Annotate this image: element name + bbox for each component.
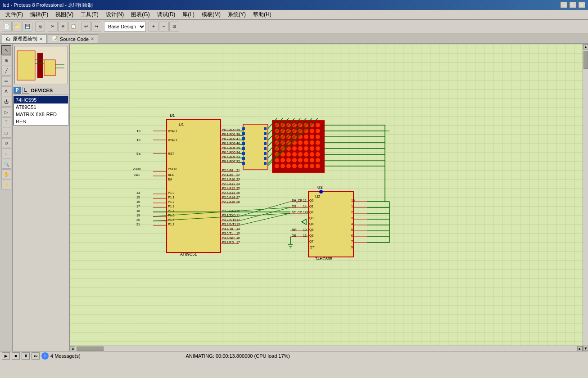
svg-rect-0 [17, 51, 35, 80]
label-tool[interactable]: A [1, 86, 11, 96]
svg-text:Q7: Q7 [309, 240, 313, 243]
zoom-fit-button[interactable]: ⊡ [169, 22, 179, 32]
design-dropdown[interactable]: Base Design [104, 22, 146, 32]
zoom-out-button[interactable]: − [159, 22, 169, 32]
pause-button[interactable]: ⏸ [22, 352, 30, 360]
zoom-area-tool[interactable]: 🔍 [1, 159, 11, 169]
svg-text:14: 14 [303, 205, 307, 208]
svg-rect-140 [264, 127, 267, 130]
device-item-at89c51[interactable]: AT89C51 [14, 104, 68, 111]
svg-point-179 [310, 140, 314, 145]
menu-item-m[interactable]: 模板(M) [198, 10, 224, 19]
print-button[interactable]: 🖨 [35, 22, 45, 32]
menu-item-y[interactable]: 系统(Y) [224, 10, 249, 19]
device-item-res[interactable]: RES [14, 118, 68, 125]
menu-bar: 文件(F)编辑(E)视图(V)工具(T)设计(N)图表(G)调试(D)库(L)模… [0, 10, 588, 20]
svg-text:SH_CP: SH_CP [292, 199, 303, 202]
p-mode-button[interactable]: P [14, 87, 21, 94]
svg-point-198 [280, 158, 285, 162]
menu-item-d[interactable]: 调试(D) [154, 10, 179, 19]
scroll-down-arrow[interactable]: ▼ [583, 346, 588, 351]
svg-point-178 [304, 140, 308, 145]
vertical-scrollbar[interactable]: ▲ ▼ [583, 44, 588, 351]
svg-text:5: 5 [351, 228, 353, 231]
svg-text:18: 18 [136, 138, 140, 142]
zoom-in-button[interactable]: + [149, 22, 158, 32]
svg-text:P0.6/AD6: P0.6/AD6 [222, 155, 235, 158]
component-tool[interactable]: ⊕ [1, 55, 11, 65]
play-button[interactable]: ▶ [2, 352, 10, 360]
svg-text:23: 23 [236, 178, 240, 181]
rotate-tool[interactable]: ↺ [1, 138, 11, 148]
horizontal-scrollbar[interactable]: ◄ ► [70, 346, 583, 351]
svg-text:P1.1: P1.1 [168, 196, 175, 199]
svg-point-204 [316, 158, 320, 162]
menu-item-n[interactable]: 设计(N) [102, 10, 128, 19]
menu-item-h[interactable]: 帮助(H) [249, 10, 275, 19]
menu-item-v[interactable]: 视图(V) [52, 10, 77, 19]
menu-item-g[interactable]: 图表(G) [127, 10, 153, 19]
svg-text:P3.4/T0: P3.4/T0 [222, 227, 233, 230]
svg-point-187 [310, 146, 314, 151]
svg-marker-249 [302, 219, 306, 225]
tab-schematic[interactable]: 🗂 原理图绘制 ✕ [2, 34, 47, 43]
l-mode-button[interactable]: L [22, 87, 29, 94]
menu-item-l[interactable]: 库(L) [179, 10, 198, 19]
undo-button[interactable]: ↩ [81, 22, 91, 32]
svg-text:P2.4/A12: P2.4/A12 [222, 187, 235, 190]
bus-tool[interactable]: ═ [1, 76, 11, 86]
scroll-up-arrow[interactable]: ▲ [583, 44, 588, 50]
info-icon: i [41, 352, 49, 360]
svg-text:21: 21 [236, 169, 240, 172]
svg-text:Q2: Q2 [309, 211, 313, 214]
minimize-button[interactable]: — [560, 2, 567, 8]
wire-tool[interactable]: ╱ [1, 66, 11, 76]
cut-button[interactable]: ✂ [48, 22, 58, 32]
svg-text:P1.7: P1.7 [168, 223, 175, 226]
menu-item-f[interactable]: 文件(F) [2, 10, 27, 19]
svg-text:16: 16 [136, 200, 140, 203]
svg-text:P3.2/INT0: P3.2/INT0 [222, 218, 236, 221]
port-tool[interactable]: ▷ [1, 107, 11, 117]
paste-button[interactable]: 📋 [68, 22, 78, 32]
shape-tool[interactable]: □ [1, 128, 11, 138]
save-button[interactable]: 💾 [23, 22, 32, 32]
svg-text:31/1: 31/1 [134, 173, 140, 176]
svg-text:74HC595: 74HC595 [315, 256, 332, 261]
stop-button[interactable]: ■ [12, 352, 20, 360]
svg-point-212 [316, 164, 320, 168]
menu-item-e[interactable]: 编辑(E) [27, 10, 52, 19]
canvas-area[interactable]: AT89C51 U1 19 XTAL1 18 XTAL2 9a RST 29/3… [70, 44, 588, 351]
new-button[interactable]: 📄 [2, 22, 12, 32]
svg-text:P2.0/A8: P2.0/A8 [222, 169, 233, 172]
scroll-thumb-horizontal[interactable] [77, 346, 104, 351]
flip-tool[interactable]: ↔ [1, 148, 11, 158]
pan-tool[interactable]: ✋ [1, 169, 11, 179]
scroll-left-arrow[interactable]: ◄ [70, 346, 75, 351]
step-button[interactable]: ⏭ [32, 352, 40, 360]
svg-text:22: 22 [236, 173, 240, 176]
svg-text:P0.2/AD2: P0.2/AD2 [222, 137, 235, 140]
tab-schematic-close[interactable]: ✕ [39, 36, 43, 41]
device-item-matrix[interactable]: MATRIX-8X8-RED [14, 111, 68, 118]
probe-tool[interactable]: ⚡ [1, 180, 11, 189]
svg-point-172 [316, 135, 320, 139]
scroll-thumb-vertical[interactable] [583, 51, 588, 69]
device-item-74hc595[interactable]: 74HC595 [14, 96, 68, 104]
svg-text:XTAL2: XTAL2 [168, 139, 177, 142]
tab-source-code[interactable]: 📝 Source Code ✕ [48, 34, 98, 43]
svg-text:17: 17 [136, 205, 140, 208]
close-button[interactable]: ✕ [578, 2, 585, 8]
tab-source-close[interactable]: ✕ [90, 36, 94, 41]
svg-point-208 [292, 164, 297, 168]
open-button[interactable]: 📁 [12, 22, 22, 32]
redo-button[interactable]: ↪ [91, 22, 101, 32]
power-tool[interactable]: ⏻ [1, 97, 11, 107]
scroll-right-arrow[interactable]: ► [577, 346, 583, 351]
svg-text:27: 27 [236, 196, 240, 199]
select-tool[interactable]: ↖ [1, 45, 11, 55]
copy-button[interactable]: ⎘ [58, 22, 68, 32]
maximize-button[interactable]: □ [569, 2, 576, 8]
text-tool[interactable]: T [1, 117, 11, 127]
menu-item-t[interactable]: 工具(T) [77, 10, 102, 19]
